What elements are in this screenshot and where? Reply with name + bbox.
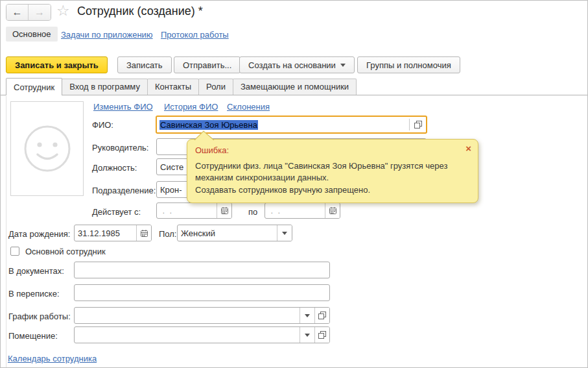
back-button[interactable]: ← bbox=[6, 5, 29, 20]
in-documents-input[interactable] bbox=[74, 262, 330, 278]
in-correspondence-label: В переписке: bbox=[8, 289, 60, 299]
fio-field[interactable]: Савинская Зоя Юрьевна bbox=[156, 116, 427, 134]
main-employee-checkbox[interactable] bbox=[10, 247, 19, 256]
employee-form-window: ← → ☆ Сотрудник (создание) * Основное За… bbox=[0, 0, 588, 368]
valid-from-date-input[interactable] bbox=[157, 203, 217, 218]
valid-to-date-input[interactable] bbox=[265, 203, 325, 218]
valid-from-date-field[interactable] bbox=[156, 202, 232, 219]
room-input[interactable] bbox=[75, 327, 300, 343]
work-schedule-input[interactable] bbox=[75, 308, 300, 323]
valid-from-label: Действует с: bbox=[92, 207, 141, 217]
error-message-line1: Сотрудники физ. лица "Савинская Зоя Юрье… bbox=[195, 160, 470, 184]
close-icon[interactable]: × bbox=[465, 143, 471, 153]
in-documents-label: В документах: bbox=[8, 266, 64, 276]
gender-label: Пол: bbox=[159, 229, 177, 239]
manager-label: Руководитель: bbox=[92, 143, 148, 153]
smiley-face-icon bbox=[18, 119, 77, 178]
favorite-star-icon[interactable]: ☆ bbox=[56, 2, 70, 19]
room-label: Помещение: bbox=[8, 331, 58, 341]
calendar-icon bbox=[140, 229, 148, 238]
gender-input[interactable] bbox=[178, 225, 277, 241]
declension-link[interactable]: Склонения bbox=[227, 102, 270, 112]
work-schedule-label: График работы: bbox=[8, 312, 71, 321]
error-tooltip: Ошибка: × Сотрудники физ. лица "Савинска… bbox=[187, 139, 478, 203]
fio-value: Савинская Зоя Юрьевна bbox=[157, 120, 409, 130]
open-button[interactable] bbox=[314, 308, 329, 323]
open-button[interactable] bbox=[314, 327, 329, 343]
calendar-icon bbox=[329, 206, 337, 215]
fio-label: ФИО: bbox=[92, 120, 113, 130]
tab-program-login[interactable]: Вход в программу bbox=[62, 79, 148, 95]
employee-calendar-link[interactable]: Календарь сотрудника bbox=[8, 354, 97, 363]
employee-photo-placeholder[interactable] bbox=[10, 101, 84, 196]
chevron-down-icon bbox=[305, 334, 310, 337]
dropdown-button[interactable] bbox=[300, 327, 314, 343]
error-title: Ошибка: bbox=[195, 145, 470, 155]
error-message-line2: Создавать сотрудников вручную запрещено. bbox=[195, 184, 470, 196]
main-employee-label: Основной сотрудник bbox=[25, 247, 106, 256]
history-nav-group: ← → bbox=[6, 4, 51, 21]
change-fio-link[interactable]: Изменить ФИО bbox=[93, 102, 153, 112]
tab-contacts[interactable]: Контакты bbox=[147, 79, 199, 95]
birth-date-field[interactable] bbox=[74, 225, 152, 241]
save-button[interactable]: Записать bbox=[117, 56, 172, 73]
calendar-button[interactable] bbox=[136, 225, 151, 241]
tab-employee[interactable]: Сотрудник bbox=[6, 78, 62, 95]
create-from-button[interactable]: Создать на основании bbox=[239, 56, 355, 73]
forward-button[interactable]: → bbox=[29, 5, 51, 20]
calendar-button[interactable] bbox=[217, 203, 231, 218]
calendar-icon bbox=[220, 206, 229, 215]
send-button[interactable]: Отправить... bbox=[174, 56, 241, 73]
page-title: Сотрудник (создание) * bbox=[77, 5, 203, 18]
work-schedule-field[interactable] bbox=[74, 307, 330, 324]
dropdown-button[interactable] bbox=[277, 225, 292, 241]
chevron-down-icon bbox=[340, 64, 346, 67]
valid-to-label: по bbox=[248, 207, 257, 217]
fio-history-link[interactable]: История ФИО bbox=[164, 102, 218, 112]
department-label: Подразделение: bbox=[92, 186, 156, 195]
open-icon bbox=[318, 331, 326, 339]
nav-link-protocol[interactable]: Протокол работы bbox=[161, 30, 229, 40]
in-correspondence-input[interactable] bbox=[74, 284, 330, 301]
open-icon bbox=[414, 121, 422, 129]
tab-roles[interactable]: Роли bbox=[198, 79, 233, 95]
save-and-close-button[interactable]: Записать и закрыть bbox=[6, 56, 108, 73]
groups-permissions-button[interactable]: Группы и полномочия bbox=[357, 56, 460, 73]
gender-combobox[interactable] bbox=[177, 225, 292, 241]
nav-item-main[interactable]: Основное bbox=[6, 27, 58, 42]
chevron-down-icon bbox=[282, 232, 287, 235]
calendar-button[interactable] bbox=[325, 203, 340, 218]
create-from-label: Создать на основании bbox=[248, 60, 336, 70]
nav-link-tasks[interactable]: Задачи по приложению bbox=[61, 30, 153, 40]
back-arrow-icon: ← bbox=[12, 6, 23, 18]
open-button[interactable] bbox=[410, 121, 426, 129]
position-label: Должность: bbox=[92, 163, 137, 173]
dropdown-button[interactable] bbox=[300, 308, 314, 323]
tab-deputies[interactable]: Замещающие и помощники bbox=[233, 79, 357, 95]
form-left-divider bbox=[6, 96, 6, 368]
tab-strip: Сотрудник Вход в программу Контакты Роли… bbox=[1, 78, 587, 95]
birth-date-label: Дата рождения: bbox=[8, 229, 70, 239]
selected-text: Савинская Зоя Юрьевна bbox=[159, 120, 258, 130]
room-field[interactable] bbox=[74, 326, 330, 343]
chevron-down-icon bbox=[305, 314, 310, 317]
open-icon bbox=[318, 312, 326, 319]
forward-arrow-icon: → bbox=[34, 6, 45, 18]
valid-to-date-field[interactable] bbox=[265, 202, 340, 219]
birth-date-input[interactable] bbox=[75, 225, 136, 241]
